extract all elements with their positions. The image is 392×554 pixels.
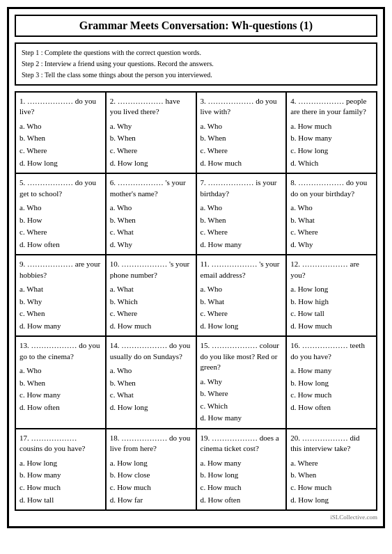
option-item: c. How much <box>290 389 373 402</box>
options-list: a. Whob. Whenc. Whered. How many <box>201 202 283 251</box>
question-text: 16. ……………… teeth do you have? <box>290 340 373 362</box>
options-list: a. How muchb. How manyc. How longd. Whic… <box>290 120 373 169</box>
option-item: d. How much <box>290 320 373 333</box>
option-item: a. Where <box>290 457 373 470</box>
option-item: b. How long <box>290 377 373 390</box>
question-text: 6. ……………… 's your mother's name? <box>110 177 192 199</box>
question-cell: 11. ……………… 's your email address?a. Whob… <box>197 255 288 337</box>
question-text: 7. ……………… is your birthday? <box>201 177 283 199</box>
option-item: a. Why <box>110 120 192 133</box>
option-item: c. Where <box>201 226 283 239</box>
option-item: b. How many <box>19 469 102 482</box>
option-item: d. How long <box>110 157 192 170</box>
question-text: 13. ……………… do you go to the cinema? <box>19 340 102 362</box>
instruction-line: Step 1 : Complete the questions with the… <box>22 47 370 58</box>
options-list: a. Whyb. Wherec. Whichd. How many <box>201 376 283 425</box>
question-text: 5. ……………… do you get to school? <box>19 177 102 199</box>
option-item: a. How many <box>290 365 373 377</box>
option-item: c. Where <box>110 145 192 157</box>
option-item: b. How close <box>110 469 192 482</box>
options-list: a. Whob. Whatc. Whered. Why <box>290 202 373 251</box>
options-list: a. How longb. How closec. How muchd. How… <box>110 457 192 506</box>
option-item: c. Where <box>19 145 102 157</box>
option-item: d. How often <box>290 402 373 414</box>
question-text: 8. ……………… do you do on your birthday? <box>290 177 373 199</box>
option-item: a. Who <box>201 120 283 133</box>
option-item: d. How long <box>110 402 192 414</box>
options-list: a. How longb. How manyc. How muchd. How … <box>19 457 102 506</box>
question-cell: 13. ……………… do you go to the cinema?a. Wh… <box>16 337 107 429</box>
question-cell: 5. ……………… do you get to school?a. Whob. … <box>16 174 107 255</box>
option-item: d. How often <box>19 239 102 251</box>
question-cell: 20. ……………… did this interview take?a. Wh… <box>287 429 377 511</box>
option-item: b. When <box>110 132 192 145</box>
question-text: 1. ……………… do you live? <box>19 96 102 118</box>
option-item: c. Where <box>290 226 373 239</box>
option-item: b. When <box>201 132 283 145</box>
questions-grid: 1. ……………… do you live?a. Whob. Whenc. Wh… <box>15 91 377 511</box>
instruction-line: Step 2 : Interview a friend using your q… <box>22 58 370 69</box>
question-cell: 8. ……………… do you do on your birthday?a. … <box>287 174 377 255</box>
options-list: a. Whob. Whenc. Whered. How much <box>201 120 283 169</box>
option-item: c. How many <box>19 389 102 402</box>
option-item: d. How tall <box>19 494 102 507</box>
option-item: a. How many <box>201 457 283 470</box>
instruction-line: Step 3 : Tell the class some things abou… <box>22 70 370 80</box>
options-list: a. Whyb. Whenc. Whered. How long <box>110 120 192 169</box>
option-item: a. How long <box>110 457 192 470</box>
question-text: 3. ……………… do you live with? <box>201 96 283 118</box>
options-list: a. Whob. Whenc. Whatd. How long <box>110 365 192 413</box>
option-item: b. When <box>201 214 283 227</box>
options-list: a. Whob. Whenc. Whered. How long <box>19 120 102 169</box>
question-cell: 14. ……………… do you usually do on Sundays?… <box>107 337 197 429</box>
option-item: b. What <box>290 214 373 227</box>
option-item: b. What <box>201 296 283 308</box>
question-text: 2. ……………… have you lived there? <box>110 96 192 118</box>
option-item: c. How much <box>110 482 192 494</box>
question-text: 9. ……………… are your hobbies? <box>19 259 102 280</box>
question-text: 10. ……………… 's your phone number? <box>110 259 192 280</box>
option-item: d. How long <box>201 320 283 333</box>
page-title: Grammar Meets Conversation: Wh-questions… <box>15 15 377 37</box>
option-item: d. Why <box>290 239 373 251</box>
question-cell: 16. ……………… teeth do you have?a. How many… <box>287 337 377 429</box>
option-item: d. How much <box>201 157 283 170</box>
instructions: Step 1 : Complete the questions with the… <box>15 42 377 86</box>
options-list: a. How manyb. How longc. How muchd. How … <box>290 365 373 413</box>
option-item: d. How long <box>290 494 373 507</box>
question-text: 11. ……………… 's your email address? <box>201 259 283 280</box>
option-item: d. How often <box>201 494 283 507</box>
option-item: d. How far <box>110 494 192 507</box>
option-item: c. Where <box>110 308 192 320</box>
option-item: a. Who <box>19 365 102 377</box>
option-item: a. How much <box>290 120 373 133</box>
option-item: d. How much <box>110 320 192 333</box>
option-item: c. How long <box>290 145 373 157</box>
options-list: a. Whob. Whenc. How manyd. How often <box>19 365 102 413</box>
question-cell: 2. ……………… have you lived there?a. Whyb. … <box>107 93 197 174</box>
options-list: a. Whereb. Whenc. How muchd. How long <box>290 457 373 506</box>
option-item: a. Who <box>290 202 373 214</box>
option-item: c. How much <box>19 482 102 494</box>
question-cell: 12. ……………… are you?a. How longb. How hig… <box>287 255 377 337</box>
question-text: 14. ……………… do you usually do on Sundays? <box>110 340 192 362</box>
option-item: c. Which <box>201 400 283 413</box>
option-item: b. How long <box>201 469 283 482</box>
option-item: b. Why <box>19 296 102 308</box>
option-item: a. Who <box>19 202 102 214</box>
options-list: a. Whatb. Whichc. Whered. How much <box>110 283 192 332</box>
option-item: a. What <box>110 283 192 296</box>
options-list: a. Whatb. Whyc. Whend. How many <box>19 283 102 332</box>
option-item: b. When <box>290 469 373 482</box>
question-cell: 19. ……………… does a cinema ticket cost?a. … <box>197 429 288 511</box>
option-item: b. When <box>110 214 192 227</box>
question-cell: 7. ……………… is your birthday?a. Whob. When… <box>197 174 288 255</box>
option-item: b. Which <box>110 296 192 308</box>
options-list: a. How manyb. How longc. How muchd. How … <box>201 457 283 506</box>
option-item: a. Who <box>201 202 283 214</box>
question-cell: 4. ……………… people are there in your famil… <box>287 93 377 174</box>
question-text: 20. ……………… did this interview take? <box>290 433 373 454</box>
options-list: a. Whob. Whenc. Whatd. Why <box>110 202 192 251</box>
question-cell: 10. ……………… 's your phone number?a. Whatb… <box>107 255 197 337</box>
option-item: a. Who <box>19 120 102 133</box>
